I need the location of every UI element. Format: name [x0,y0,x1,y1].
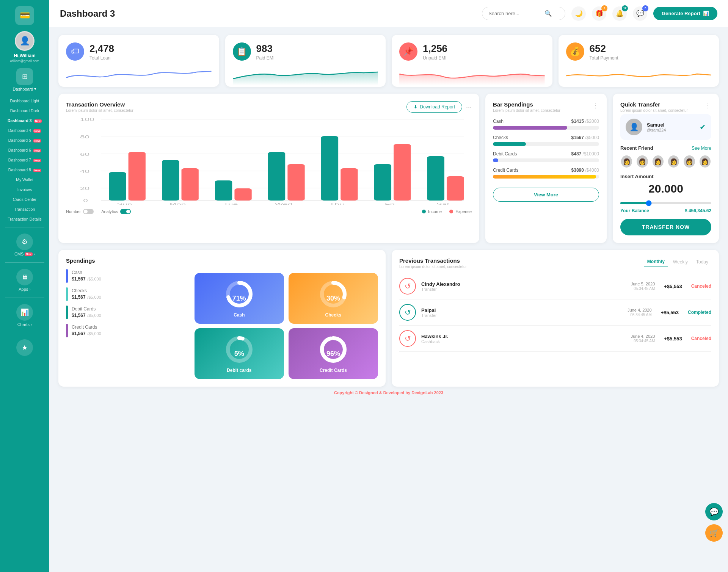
sidebar: 💳 👤 Hi,William william@gmail.com ⊞ Dashb… [0,0,49,572]
analytics-toggle[interactable] [120,209,131,214]
amount-slider[interactable] [620,202,711,204]
spending-debit-label: Debit Cards [493,151,517,157]
spending-cat-cash-name: Cash [72,270,101,275]
friend-avatar-5[interactable]: 👩 [683,155,695,168]
trans-amount-cindy: +$5,553 [664,284,682,289]
sidebar-item-dashboard-light[interactable]: Dashboard Light [0,96,49,106]
donut-debit-label: Debit cards [227,368,251,373]
content-area: 🏷 2,478 Total Loan 📋 983 Paid EMI [49,27,728,572]
chat-btn[interactable]: 💬 5 [633,6,647,21]
tab-monthly[interactable]: Monthly [644,257,668,266]
recent-friends-header: Recent Friend See More [620,145,711,151]
generate-report-button[interactable]: Generate Report 📊 [653,7,717,20]
sidebar-item-invoices[interactable]: Invoices [0,185,49,194]
trans-time-paipal: 05:34:45 AM [630,313,651,317]
sidebar-item-transaction-details[interactable]: Transaction Details [0,214,49,224]
spendings-title: Spendings [66,257,378,264]
sidebar-item-dashboard-dark[interactable]: Dashboard Dark [0,106,49,116]
sidebar-cms-section: ⚙ CMS New › [0,230,49,259]
donut-card-checks: 30% Checks [289,273,378,324]
transfer-user-card: 👤 Samuel @sam224 ✔ [620,114,711,140]
sidebar-apps-label[interactable]: Apps › [19,287,30,291]
donut-checks-label: Checks [325,312,342,318]
transfer-user-avatar: 👤 [626,119,642,135]
sidebar-item-mywallet[interactable]: My Wallet [0,175,49,185]
cms-icon-btn[interactable]: ⚙ [16,234,33,250]
tab-today[interactable]: Today [693,258,711,266]
trans-date-cindy: June 5, 202005:34:45 AM [631,282,655,291]
gift-badge: 2 [601,5,607,11]
spending-row-credit: Credit Cards $3890 /$4000 [493,168,599,179]
balance-row: Your Balance $ 456,345.62 [620,208,711,213]
donut-card-cash: 71% Cash [195,273,284,324]
transfer-now-button[interactable]: TRANSFER NOW [620,219,711,235]
download-report-button[interactable]: ⬇ Download Report [406,101,462,113]
gift-btn[interactable]: 🎁 2 [592,6,606,21]
checks-color-bar [66,287,68,301]
transfer-user-name: Samuel [647,122,666,128]
view-more-button[interactable]: View More [493,188,599,202]
friend-avatar-6[interactable]: 👩 [699,155,711,168]
friend-avatar-1[interactable]: 👩 [620,155,633,168]
spending-cat-checks-total: /$5,000 [87,295,101,299]
sidebar-item-dashboard3[interactable]: Dashboard 3 New [0,116,49,125]
search-icon: 🔍 [544,10,552,17]
sidebar-item-dashboard8[interactable]: Dashboard 8 New [0,165,49,175]
credit-color-bar [66,324,68,337]
apps-icon-btn[interactable]: 🖥 [16,269,33,285]
stat-cards-row: 🏷 2,478 Total Loan 📋 983 Paid EMI [58,35,719,87]
number-toggle[interactable] [83,209,94,214]
svg-text:60: 60 [80,152,89,157]
friend-avatar-2[interactable]: 👩 [636,155,648,168]
insert-amount-label: Insert Amount [620,174,711,179]
paid-emi-icon: 📋 [233,42,251,61]
sidebar-item-dashboard7[interactable]: Dashboard 7 New [0,155,49,165]
cart-float-btn[interactable]: 🛒 [705,524,723,542]
search-input[interactable] [488,11,541,16]
sidebar-item-transaction[interactable]: Transaction [0,204,49,214]
star-icon-btn[interactable]: ★ [16,339,33,356]
tab-weekly[interactable]: Weekly [670,258,691,266]
trans-amount-paipal: +$5,553 [661,310,679,315]
bar-spendings-more-icon[interactable]: ⋮ [592,101,599,110]
quick-transfer-more-icon[interactable]: ⋮ [704,101,711,110]
svg-text:Tue: Tue [223,202,238,205]
paid-emi-label: Paid EMI [256,55,275,61]
analytics-legend-label: Analytics [101,209,118,214]
sidebar-item-dashboard4[interactable]: Dashboard 4 New [0,125,49,135]
sidebar-apps-section: 🖥 Apps › [0,266,49,295]
sidebar-charts-label[interactable]: Charts › [17,322,32,327]
sidebar-item-dashboard5[interactable]: Dashboard 5 New [0,135,49,145]
dashboard-icon[interactable]: ⊞ [16,68,33,85]
sidebar-divider [5,227,44,227]
more-options-icon[interactable]: ··· [466,103,472,111]
chart-bar-icon: 📊 [703,11,709,16]
sidebar-item-cards[interactable]: Cards Center [0,194,49,204]
moon-icon: 🌙 [575,9,583,17]
dashboard-label[interactable]: Dashboard ▾ [13,86,37,91]
friend-avatar-3[interactable]: 👩 [652,155,664,168]
spending-cat-checks-name: Checks [72,288,101,293]
svg-text:0: 0 [83,198,88,203]
spending-cash-total: /$2000 [584,119,599,124]
total-loan-label: Total Loan [89,55,114,61]
trans-icon-hawkins: ↺ [399,330,416,347]
trans-name-hawkins: Hawkins Jr. [421,334,449,339]
spending-debit-amount: $487 [571,151,582,157]
chevron-right-icon2: › [29,287,30,291]
theme-toggle-btn[interactable]: 🌙 [571,6,586,21]
spending-row-debit: Debit Cards $487 /$10000 [493,151,599,162]
charts-icon-btn[interactable]: 📊 [16,304,33,321]
bell-btn[interactable]: 🔔 12 [612,6,627,21]
svg-rect-32 [447,176,464,201]
spending-checks-bar [493,142,526,146]
see-more-link[interactable]: See More [692,146,711,151]
svg-text:100: 100 [80,117,94,122]
support-float-btn[interactable]: 💬 [705,503,723,520]
sidebar-cms-label[interactable]: CMS New › [14,252,35,256]
sidebar-item-dashboard6[interactable]: Dashboard 6 New [0,145,49,155]
bell-badge: 12 [622,5,628,11]
spending-cat-debit-name: Debit Cards [72,306,101,312]
friend-avatar-4[interactable]: 👩 [667,155,680,168]
spendings-card: Spendings Cash $1,567 /$5,000 [58,250,386,387]
